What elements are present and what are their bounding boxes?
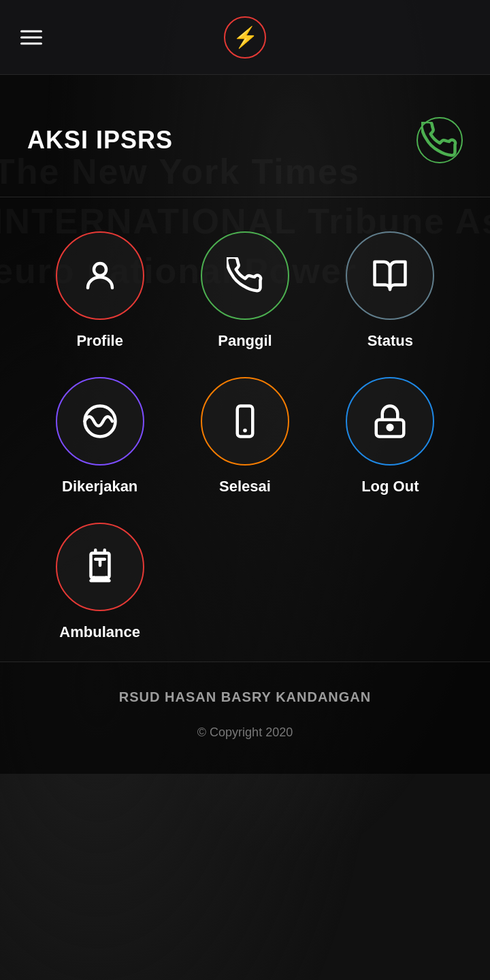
- main-content: Profile Panggil Status: [0, 197, 490, 662]
- menu-item-ambulance[interactable]: Ambulance: [27, 523, 172, 641]
- call-button[interactable]: [416, 117, 463, 163]
- hero-section: AKSI IPSRS: [0, 75, 490, 197]
- profile-label: Profile: [76, 332, 122, 350]
- hamburger-menu[interactable]: [20, 30, 42, 44]
- share-icon: [82, 549, 118, 585]
- page-title: AKSI IPSRS: [27, 126, 173, 154]
- profile-circle: [56, 231, 144, 320]
- ambulance-label: Ambulance: [59, 623, 140, 641]
- lightning-icon: ⚡: [233, 27, 258, 48]
- logout-circle: [346, 377, 434, 466]
- selesai-label: Selesai: [219, 478, 271, 495]
- menu-item-status[interactable]: Status: [318, 231, 463, 350]
- hospital-name: RSUD HASAN BASRY KANDANGAN: [119, 689, 371, 705]
- svg-point-0: [94, 263, 106, 276]
- panggil-label: Panggil: [218, 332, 272, 350]
- person-icon: [82, 257, 118, 294]
- status-circle: [346, 231, 434, 320]
- app-header: ⚡: [0, 0, 490, 75]
- menu-grid-row1: Profile Panggil Status: [27, 231, 463, 641]
- mobile-icon: [227, 403, 263, 440]
- menu-item-profile[interactable]: Profile: [27, 231, 172, 350]
- panggil-circle: [201, 231, 289, 320]
- dikerjakan-label: Dikerjakan: [62, 478, 137, 495]
- book-icon: [372, 257, 408, 294]
- logout-label: Log Out: [361, 478, 419, 495]
- phone-call-icon: [227, 257, 263, 294]
- wave-icon: [82, 403, 118, 440]
- menu-item-logout[interactable]: Log Out: [318, 377, 463, 495]
- ambulance-circle: [56, 523, 144, 611]
- logo-circle: ⚡: [224, 16, 266, 59]
- phone-icon: [421, 122, 458, 159]
- lock-icon: [372, 403, 408, 440]
- footer: RSUD HASAN BASRY KANDANGAN © Copyright 2…: [0, 662, 490, 774]
- menu-item-panggil[interactable]: Panggil: [172, 231, 317, 350]
- svg-point-5: [388, 425, 393, 430]
- menu-item-dikerjakan[interactable]: Dikerjakan: [27, 377, 172, 495]
- dikerjakan-circle: [56, 377, 144, 466]
- status-label: Status: [368, 332, 413, 350]
- copyright-text: © Copyright 2020: [197, 725, 293, 740]
- menu-item-selesai[interactable]: Selesai: [172, 377, 317, 495]
- selesai-circle: [201, 377, 289, 466]
